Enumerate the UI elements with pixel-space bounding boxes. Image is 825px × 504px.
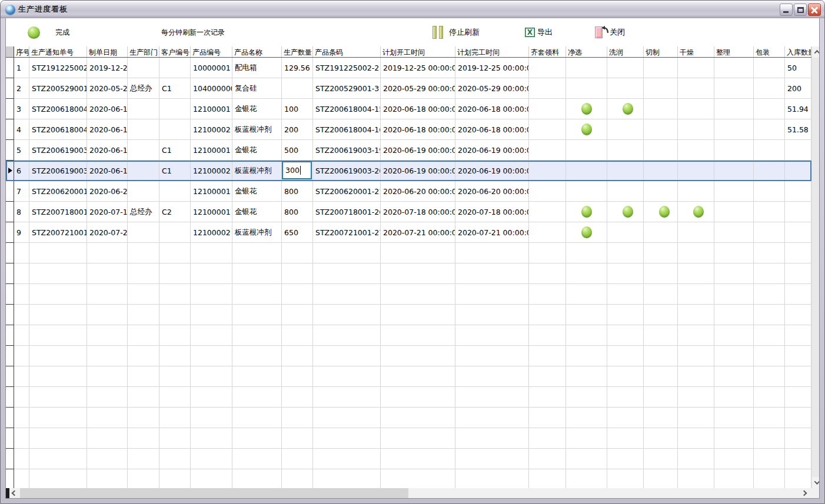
table-row[interactable]: 8STZ2007180012020-07-18总经办C212100001金银花8… bbox=[6, 202, 811, 222]
row-indicator-cell[interactable] bbox=[6, 78, 14, 99]
cell-product_name[interactable] bbox=[232, 449, 282, 469]
cell-product_name[interactable]: 金银花 bbox=[232, 181, 282, 202]
cell-product_name[interactable] bbox=[232, 408, 282, 428]
cell-stage_xr[interactable] bbox=[607, 284, 644, 305]
cell-notice[interactable] bbox=[29, 305, 87, 325]
cell-customer[interactable] bbox=[159, 243, 191, 263]
cell-seq[interactable]: 1 bbox=[14, 58, 29, 78]
cell-barcode[interactable] bbox=[313, 408, 381, 428]
cell-stage_jx[interactable] bbox=[566, 284, 607, 305]
cell-date[interactable]: 2020-06-19 bbox=[87, 161, 128, 181]
cell-dept[interactable] bbox=[128, 140, 159, 161]
empty-table-row[interactable] bbox=[6, 243, 811, 263]
cell-inbound[interactable] bbox=[785, 243, 811, 263]
row-indicator-cell[interactable] bbox=[6, 140, 14, 161]
cell-qty[interactable] bbox=[282, 243, 313, 263]
cell-stage_qz[interactable] bbox=[644, 449, 678, 469]
cell-stage_xr[interactable] bbox=[607, 58, 644, 78]
cell-dept[interactable] bbox=[128, 222, 159, 243]
qty-edit-input[interactable]: 300 bbox=[282, 161, 312, 179]
cell-stage_qtll[interactable] bbox=[529, 202, 566, 222]
cell-plan_start[interactable] bbox=[381, 346, 455, 366]
empty-table-row[interactable] bbox=[6, 305, 811, 325]
cell-stage_jx[interactable] bbox=[566, 181, 607, 202]
cell-stage_xr[interactable] bbox=[607, 243, 644, 263]
cell-product_no[interactable]: 12100001 bbox=[191, 99, 232, 119]
cell-stage_jx[interactable] bbox=[566, 325, 607, 346]
cell-plan_end[interactable] bbox=[455, 428, 529, 449]
cell-qty[interactable]: 300 bbox=[282, 161, 313, 181]
cell-stage_qtll[interactable] bbox=[529, 366, 566, 387]
row-indicator-cell[interactable] bbox=[6, 263, 14, 284]
cell-stage_bz[interactable] bbox=[754, 366, 785, 387]
cell-stage_jx[interactable] bbox=[566, 449, 607, 469]
column-header-stage_qz[interactable]: 切制 bbox=[644, 46, 678, 57]
cell-qty[interactable] bbox=[282, 325, 313, 346]
cell-stage_gz[interactable] bbox=[678, 346, 714, 366]
column-header-seq[interactable]: 序号 bbox=[14, 46, 29, 57]
cell-date[interactable]: 2020-06-19 bbox=[87, 140, 128, 161]
cell-product_name[interactable] bbox=[232, 428, 282, 449]
cell-dept[interactable] bbox=[128, 284, 159, 305]
cell-stage_jx[interactable] bbox=[566, 243, 607, 263]
cell-date[interactable] bbox=[87, 243, 128, 263]
cell-stage_jx[interactable] bbox=[566, 387, 607, 408]
cell-notice[interactable] bbox=[29, 325, 87, 346]
cell-plan_start[interactable] bbox=[381, 469, 455, 488]
cell-product_no[interactable] bbox=[191, 284, 232, 305]
cell-stage_gz[interactable] bbox=[678, 366, 714, 387]
cell-product_no[interactable]: 12100002 bbox=[191, 222, 232, 243]
cell-plan_end[interactable] bbox=[455, 243, 529, 263]
cell-date[interactable] bbox=[87, 305, 128, 325]
cell-product_no[interactable] bbox=[191, 305, 232, 325]
cell-product_no[interactable] bbox=[191, 428, 232, 449]
cell-inbound[interactable] bbox=[785, 366, 811, 387]
export-button[interactable]: X 导出 bbox=[525, 27, 553, 38]
cell-product_name[interactable] bbox=[232, 469, 282, 488]
empty-table-row[interactable] bbox=[6, 325, 811, 346]
cell-product_no[interactable] bbox=[191, 346, 232, 366]
row-indicator-cell[interactable] bbox=[6, 449, 14, 469]
row-indicator-cell[interactable] bbox=[6, 387, 14, 408]
column-header-qty[interactable]: 生产数量 bbox=[282, 46, 313, 57]
cell-inbound[interactable] bbox=[785, 263, 811, 284]
cell-seq[interactable]: 2 bbox=[14, 78, 29, 99]
cell-stage_qtll[interactable] bbox=[529, 58, 566, 78]
cell-plan_end[interactable] bbox=[455, 325, 529, 346]
table-row[interactable]: 7STZ2006200012020-06-2012100001金银花800STZ… bbox=[6, 181, 811, 202]
cell-stage_qz[interactable] bbox=[644, 284, 678, 305]
cell-product_no[interactable] bbox=[191, 263, 232, 284]
cell-stage_qtll[interactable] bbox=[529, 284, 566, 305]
cell-plan_start[interactable] bbox=[381, 428, 455, 449]
cell-plan_start[interactable]: 2020-07-21 00:00:00 bbox=[381, 222, 455, 243]
cell-plan_end[interactable] bbox=[455, 346, 529, 366]
cell-seq[interactable] bbox=[14, 366, 29, 387]
cell-stage_bz[interactable] bbox=[754, 449, 785, 469]
cell-notice[interactable] bbox=[29, 263, 87, 284]
cell-date[interactable] bbox=[87, 284, 128, 305]
cell-customer[interactable] bbox=[159, 449, 191, 469]
cell-barcode[interactable]: STZ200721001-27 bbox=[313, 222, 381, 243]
cell-barcode[interactable] bbox=[313, 243, 381, 263]
cell-product_name[interactable]: 金银花 bbox=[232, 140, 282, 161]
cell-stage_gz[interactable] bbox=[678, 202, 714, 222]
cell-date[interactable]: 2020-06-18 bbox=[87, 99, 128, 119]
cell-stage_zl[interactable] bbox=[714, 99, 754, 119]
cell-notice[interactable] bbox=[29, 284, 87, 305]
cell-product_name[interactable]: 配电箱 bbox=[232, 58, 282, 78]
cell-notice[interactable]: STZ200618004 bbox=[29, 119, 87, 140]
cell-plan_start[interactable] bbox=[381, 408, 455, 428]
cell-product_name[interactable] bbox=[232, 284, 282, 305]
cell-plan_start[interactable] bbox=[381, 387, 455, 408]
cell-product_name[interactable]: 板蓝根冲剂 bbox=[232, 119, 282, 140]
cell-stage_qz[interactable] bbox=[644, 202, 678, 222]
cell-seq[interactable] bbox=[14, 449, 29, 469]
cell-plan_end[interactable]: 2020-06-19 00:00:00 bbox=[455, 140, 529, 161]
cell-stage_qtll[interactable] bbox=[529, 78, 566, 99]
cell-barcode[interactable] bbox=[313, 366, 381, 387]
cell-dept[interactable] bbox=[128, 243, 159, 263]
cell-qty[interactable] bbox=[282, 366, 313, 387]
cell-stage_gz[interactable] bbox=[678, 78, 714, 99]
cell-barcode[interactable]: STZ200529001-3 bbox=[313, 78, 381, 99]
cell-stage_zl[interactable] bbox=[714, 222, 754, 243]
